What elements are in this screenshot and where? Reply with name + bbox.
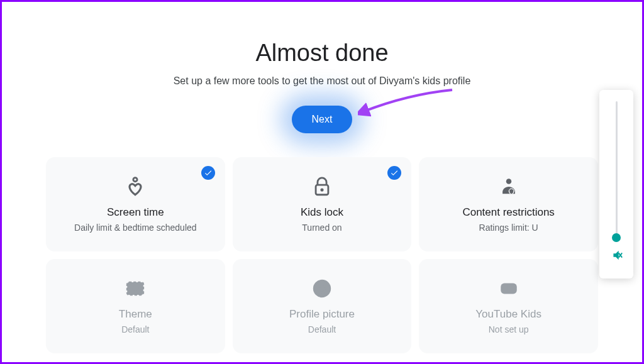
card-subtitle: Default	[121, 324, 149, 334]
check-icon	[201, 166, 215, 180]
card-profile-picture[interactable]: Profile picture Default	[233, 259, 412, 353]
svg-point-1	[133, 178, 137, 182]
card-title: Kids lock	[301, 206, 343, 219]
card-subtitle: Turned on	[302, 223, 341, 233]
card-title: Theme	[119, 308, 152, 321]
mute-icon[interactable]	[609, 248, 623, 262]
arrow-annotation	[358, 85, 465, 129]
card-subtitle: Default	[308, 324, 336, 334]
card-title: YouTube Kids	[475, 308, 541, 321]
card-title: Profile picture	[289, 308, 355, 321]
card-title: Screen time	[107, 206, 164, 219]
card-theme[interactable]: Theme Default	[46, 259, 225, 353]
lock-icon	[311, 176, 333, 197]
card-title: Content restrictions	[462, 206, 554, 219]
person-shield-icon	[498, 176, 519, 197]
svg-point-4	[506, 179, 511, 184]
heart-person-icon	[125, 176, 146, 197]
card-content-restrictions[interactable]: Content restrictions Ratings limit: U	[419, 157, 598, 251]
svg-point-7	[131, 285, 134, 288]
card-subtitle: Not set up	[489, 324, 529, 334]
youtube-icon	[498, 278, 519, 299]
next-button[interactable]: Next	[292, 106, 353, 133]
svg-point-10	[323, 285, 326, 288]
svg-point-3	[320, 188, 323, 191]
smiley-icon	[311, 278, 333, 299]
svg-point-8	[314, 280, 330, 297]
card-kids-lock[interactable]: Kids lock Turned on	[233, 157, 412, 251]
page-title: Almost done	[46, 40, 598, 67]
card-subtitle: Daily limit & bedtime scheduled	[74, 223, 197, 233]
slider-thumb[interactable]	[612, 233, 621, 242]
card-youtube-kids[interactable]: YouTube Kids Not set up	[419, 259, 598, 353]
volume-slider[interactable]	[616, 101, 618, 240]
page-subtitle: Set up a few more tools to get the most …	[46, 75, 598, 87]
check-icon	[387, 166, 401, 180]
image-icon	[125, 278, 146, 299]
card-screen-time[interactable]: Screen time Daily limit & bedtime schedu…	[46, 157, 225, 251]
volume-panel	[599, 90, 633, 279]
svg-point-9	[318, 285, 321, 288]
card-subtitle: Ratings limit: U	[479, 223, 538, 233]
